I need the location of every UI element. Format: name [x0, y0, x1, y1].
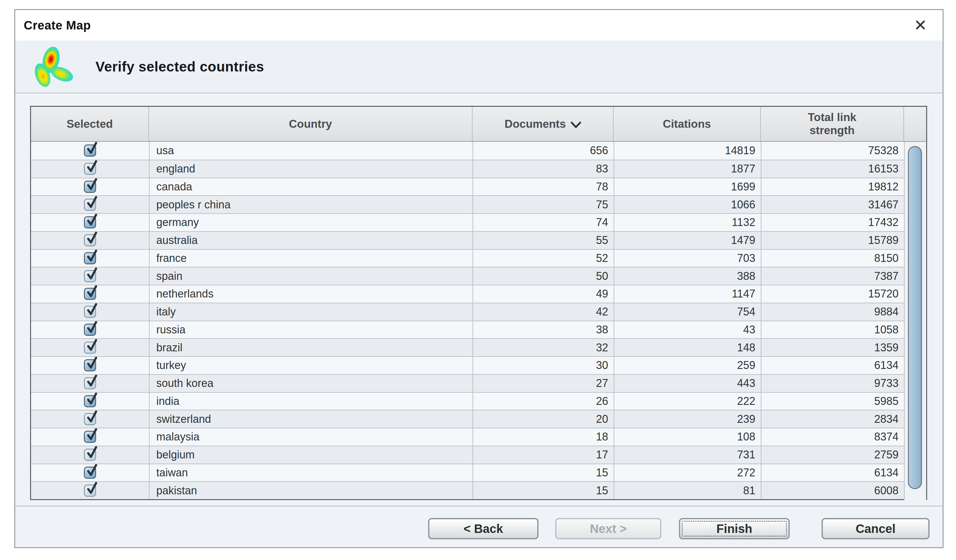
- checkmark-icon: [85, 267, 99, 281]
- back-button[interactable]: < Back: [428, 518, 539, 539]
- table-row[interactable]: turkey302596134: [31, 356, 926, 374]
- documents-cell: 15: [473, 464, 613, 481]
- citations-cell: 1877: [613, 160, 761, 178]
- vertical-scrollbar-thumb[interactable]: [908, 146, 922, 489]
- selected-checkbox[interactable]: [84, 252, 96, 264]
- selected-cell: [31, 321, 149, 338]
- country-cell: canada: [149, 178, 473, 196]
- column-header-documents[interactable]: Documents: [473, 107, 613, 141]
- country-cell: pakistan: [149, 482, 473, 499]
- column-header-label: Selected: [67, 118, 113, 131]
- selected-checkbox[interactable]: [84, 234, 96, 246]
- citations-cell: 1147: [613, 285, 761, 303]
- column-header-selected[interactable]: Selected: [31, 107, 149, 141]
- finish-button[interactable]: Finish: [679, 518, 790, 539]
- total-link-strength-cell: 8150: [761, 250, 904, 267]
- selected-checkbox[interactable]: [84, 181, 96, 193]
- close-icon: ✕: [914, 17, 927, 33]
- total-link-strength-cell: 17432: [761, 214, 904, 231]
- table-row[interactable]: canada78169919812: [31, 178, 926, 196]
- table-row[interactable]: pakistan15816008: [31, 481, 926, 499]
- selected-checkbox[interactable]: [84, 216, 96, 228]
- table-row[interactable]: usa6561481975328: [31, 142, 926, 160]
- selected-checkbox[interactable]: [84, 270, 96, 282]
- table-row[interactable]: south korea274439733: [31, 374, 926, 392]
- documents-cell: 20: [473, 411, 613, 428]
- checkmark-icon: [85, 178, 99, 192]
- selected-cell: [31, 250, 149, 267]
- selected-checkbox[interactable]: [84, 324, 96, 336]
- selected-checkbox[interactable]: [84, 467, 96, 479]
- selected-cell: [31, 357, 149, 374]
- checkmark-icon: [85, 285, 99, 299]
- selected-checkbox[interactable]: [84, 288, 96, 300]
- table-row[interactable]: spain503887387: [31, 267, 926, 285]
- selected-checkbox[interactable]: [84, 306, 96, 318]
- table-row[interactable]: australia55147915789: [31, 231, 926, 249]
- selected-checkbox[interactable]: [84, 359, 96, 371]
- selected-checkbox[interactable]: [84, 395, 96, 407]
- selected-cell: [31, 446, 149, 464]
- country-cell: italy: [149, 303, 473, 321]
- citations-cell: 148: [613, 339, 761, 356]
- table-row[interactable]: england83187716153: [31, 160, 926, 178]
- table-row[interactable]: switzerland202392834: [31, 410, 926, 428]
- cancel-button[interactable]: Cancel: [822, 518, 929, 539]
- table-row[interactable]: italy427549884: [31, 303, 926, 321]
- checkmark-icon: [85, 482, 99, 496]
- documents-cell: 78: [473, 178, 613, 196]
- checkmark-icon: [85, 446, 99, 460]
- table-row[interactable]: russia38431058: [31, 321, 926, 338]
- checkmark-icon: [85, 428, 99, 442]
- selected-cell: [31, 232, 149, 249]
- documents-cell: 30: [473, 357, 613, 374]
- selected-checkbox[interactable]: [84, 484, 96, 497]
- citations-cell: 1479: [613, 232, 761, 249]
- column-header-country[interactable]: Country: [149, 107, 473, 141]
- selected-checkbox[interactable]: [84, 377, 96, 389]
- total-link-strength-cell: 9733: [761, 375, 904, 392]
- column-header-label: Documents: [505, 118, 566, 131]
- table-row[interactable]: peoples r china75106631467: [31, 195, 926, 213]
- selected-checkbox[interactable]: [84, 431, 96, 443]
- table-row[interactable]: germany74113217432: [31, 213, 926, 231]
- table-row[interactable]: belgium177312759: [31, 446, 926, 464]
- create-map-dialog: Create Map ✕: [14, 9, 943, 548]
- close-button[interactable]: ✕: [910, 14, 931, 36]
- column-header-label: Total link strength: [794, 111, 870, 137]
- checkmark-icon: [85, 339, 99, 352]
- selected-checkbox[interactable]: [84, 341, 96, 354]
- checkmark-icon: [85, 357, 99, 371]
- documents-cell: 18: [473, 428, 613, 446]
- checkmark-icon: [85, 214, 99, 228]
- column-header-citations[interactable]: Citations: [613, 107, 761, 141]
- vosviewer-density-logo-icon: [31, 45, 77, 88]
- country-cell: england: [149, 160, 473, 178]
- selected-checkbox[interactable]: [84, 163, 96, 175]
- total-link-strength-cell: 7387: [761, 267, 904, 285]
- citations-cell: 43: [613, 321, 761, 338]
- total-link-strength-cell: 2759: [761, 446, 904, 464]
- column-header-total-link-strength[interactable]: Total link strength: [761, 107, 904, 141]
- country-cell: peoples r china: [149, 196, 473, 213]
- table-row[interactable]: india262225985: [31, 392, 926, 410]
- selected-checkbox[interactable]: [84, 199, 96, 211]
- citations-cell: 1132: [613, 214, 761, 231]
- table-row[interactable]: netherlands49114715720: [31, 285, 926, 303]
- total-link-strength-cell: 9884: [761, 303, 904, 321]
- citations-cell: 703: [613, 250, 761, 267]
- selected-checkbox[interactable]: [84, 449, 96, 461]
- table-row[interactable]: france527038150: [31, 249, 926, 267]
- citations-cell: 81: [613, 482, 761, 499]
- documents-cell: 32: [473, 339, 613, 356]
- country-cell: usa: [149, 142, 473, 160]
- table-row[interactable]: brazil321481359: [31, 338, 926, 356]
- table-row[interactable]: malaysia181088374: [31, 428, 926, 446]
- table-row[interactable]: taiwan152726134: [31, 464, 926, 481]
- total-link-strength-cell: 1359: [761, 339, 904, 356]
- page: Create Map ✕: [0, 0, 956, 560]
- selected-checkbox[interactable]: [84, 145, 96, 157]
- documents-cell: 17: [473, 446, 613, 464]
- selected-checkbox[interactable]: [84, 413, 96, 425]
- next-button[interactable]: Next >: [555, 518, 661, 539]
